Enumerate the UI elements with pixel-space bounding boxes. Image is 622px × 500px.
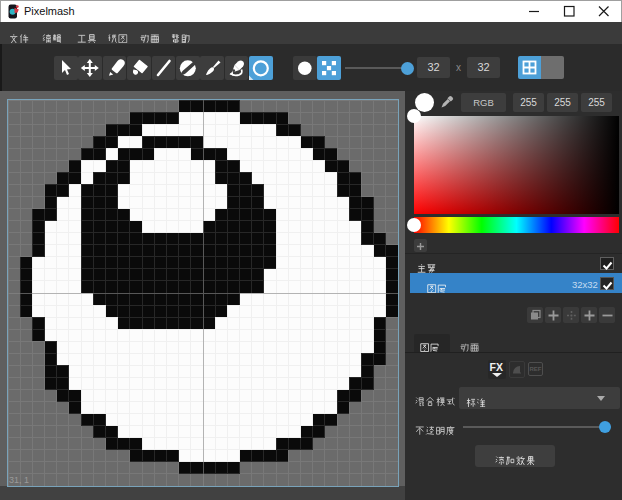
svg-text:FX: FX	[490, 361, 503, 373]
svg-text:31, 1: 31, 1	[9, 475, 29, 485]
